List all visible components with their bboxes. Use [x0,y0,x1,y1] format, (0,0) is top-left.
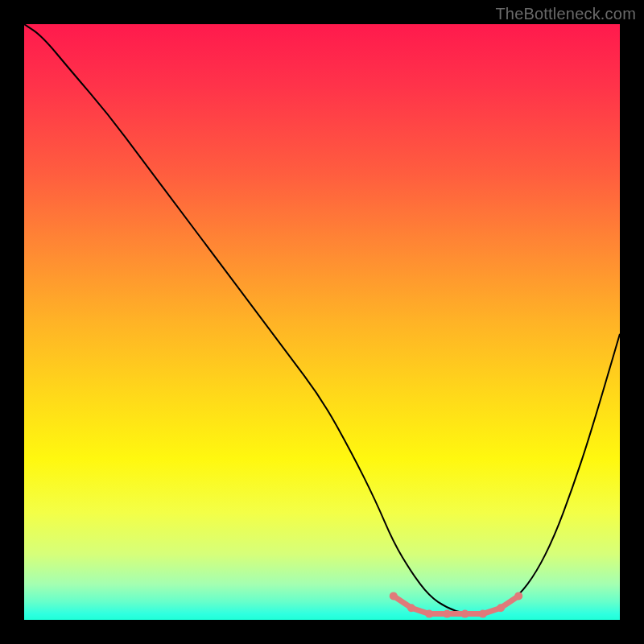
bottleneck-curve [24,24,620,614]
optimal-dot [497,604,505,612]
optimal-dot [514,592,522,600]
optimal-range-markers [390,592,522,617]
optimal-dot [443,610,451,618]
watermark-text: TheBottleneck.com [495,5,636,23]
plot-area [24,24,620,620]
curve-layer [24,24,620,620]
optimal-dot [390,592,398,600]
optimal-dot [425,610,433,618]
chart-frame: TheBottleneck.com [0,0,644,644]
optimal-dot [479,610,487,618]
optimal-dot [461,610,469,618]
optimal-dot [407,604,415,612]
